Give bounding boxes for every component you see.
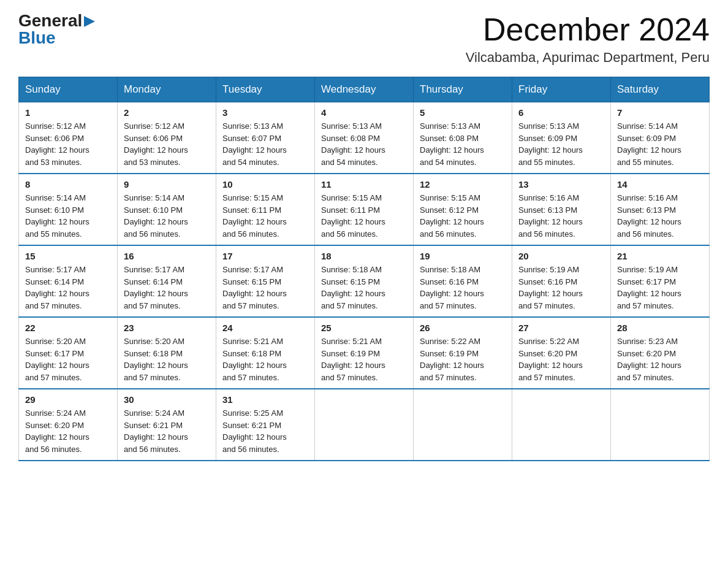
day-info: Sunrise: 5:19 AM Sunset: 6:16 PM Dayligh… bbox=[518, 264, 604, 312]
calendar-cell: 4 Sunrise: 5:13 AM Sunset: 6:08 PM Dayli… bbox=[315, 102, 414, 174]
calendar-cell bbox=[611, 389, 710, 461]
day-info: Sunrise: 5:16 AM Sunset: 6:13 PM Dayligh… bbox=[617, 192, 703, 240]
day-info: Sunrise: 5:17 AM Sunset: 6:15 PM Dayligh… bbox=[222, 264, 308, 312]
calendar-week-row: 8 Sunrise: 5:14 AM Sunset: 6:10 PM Dayli… bbox=[19, 174, 710, 245]
day-number: 7 bbox=[617, 107, 703, 118]
day-info: Sunrise: 5:21 AM Sunset: 6:18 PM Dayligh… bbox=[222, 335, 308, 383]
day-info: Sunrise: 5:22 AM Sunset: 6:19 PM Dayligh… bbox=[420, 335, 506, 383]
calendar-cell: 10 Sunrise: 5:15 AM Sunset: 6:11 PM Dayl… bbox=[216, 174, 315, 245]
calendar-cell: 14 Sunrise: 5:16 AM Sunset: 6:13 PM Dayl… bbox=[611, 174, 710, 245]
day-info: Sunrise: 5:24 AM Sunset: 6:21 PM Dayligh… bbox=[124, 407, 210, 455]
day-info: Sunrise: 5:23 AM Sunset: 6:20 PM Dayligh… bbox=[617, 335, 703, 383]
day-number: 16 bbox=[124, 251, 210, 261]
calendar-cell: 22 Sunrise: 5:20 AM Sunset: 6:17 PM Dayl… bbox=[19, 317, 118, 389]
calendar-cell: 26 Sunrise: 5:22 AM Sunset: 6:19 PM Dayl… bbox=[414, 317, 512, 389]
day-info: Sunrise: 5:21 AM Sunset: 6:19 PM Dayligh… bbox=[321, 335, 407, 383]
logo-general: General bbox=[18, 12, 82, 29]
calendar-cell: 29 Sunrise: 5:24 AM Sunset: 6:20 PM Dayl… bbox=[19, 389, 118, 461]
calendar-cell: 20 Sunrise: 5:19 AM Sunset: 6:16 PM Dayl… bbox=[512, 245, 611, 317]
day-number: 2 bbox=[124, 107, 210, 118]
calendar-header-row: SundayMondayTuesdayWednesdayThursdayFrid… bbox=[19, 77, 710, 102]
calendar-cell bbox=[512, 389, 611, 461]
day-number: 23 bbox=[124, 323, 210, 333]
column-header-wednesday: Wednesday bbox=[315, 77, 414, 102]
column-header-thursday: Thursday bbox=[414, 77, 512, 102]
day-info: Sunrise: 5:24 AM Sunset: 6:20 PM Dayligh… bbox=[25, 407, 111, 455]
calendar-cell: 11 Sunrise: 5:15 AM Sunset: 6:11 PM Dayl… bbox=[315, 174, 414, 245]
calendar-cell: 13 Sunrise: 5:16 AM Sunset: 6:13 PM Dayl… bbox=[512, 174, 611, 245]
calendar-cell: 27 Sunrise: 5:22 AM Sunset: 6:20 PM Dayl… bbox=[512, 317, 611, 389]
day-number: 28 bbox=[617, 323, 703, 333]
day-info: Sunrise: 5:13 AM Sunset: 6:08 PM Dayligh… bbox=[321, 120, 407, 168]
logo-blue: Blue bbox=[18, 28, 56, 47]
calendar-week-row: 29 Sunrise: 5:24 AM Sunset: 6:20 PM Dayl… bbox=[19, 389, 710, 461]
column-header-friday: Friday bbox=[512, 77, 611, 102]
calendar-cell: 5 Sunrise: 5:13 AM Sunset: 6:08 PM Dayli… bbox=[414, 102, 512, 174]
day-number: 29 bbox=[25, 394, 111, 405]
day-info: Sunrise: 5:25 AM Sunset: 6:21 PM Dayligh… bbox=[222, 407, 308, 455]
day-info: Sunrise: 5:12 AM Sunset: 6:06 PM Dayligh… bbox=[124, 120, 210, 168]
day-number: 12 bbox=[420, 179, 506, 190]
day-info: Sunrise: 5:12 AM Sunset: 6:06 PM Dayligh… bbox=[25, 120, 111, 168]
calendar-cell: 17 Sunrise: 5:17 AM Sunset: 6:15 PM Dayl… bbox=[216, 245, 315, 317]
day-info: Sunrise: 5:17 AM Sunset: 6:14 PM Dayligh… bbox=[124, 264, 210, 312]
calendar-week-row: 15 Sunrise: 5:17 AM Sunset: 6:14 PM Dayl… bbox=[19, 245, 710, 317]
page-title: December 2024 bbox=[466, 12, 710, 47]
day-info: Sunrise: 5:13 AM Sunset: 6:09 PM Dayligh… bbox=[518, 120, 604, 168]
day-number: 26 bbox=[420, 323, 506, 333]
calendar-cell: 28 Sunrise: 5:23 AM Sunset: 6:20 PM Dayl… bbox=[611, 317, 710, 389]
day-number: 18 bbox=[321, 251, 407, 261]
day-info: Sunrise: 5:19 AM Sunset: 6:17 PM Dayligh… bbox=[617, 264, 703, 312]
day-number: 21 bbox=[617, 251, 703, 261]
day-number: 11 bbox=[321, 179, 407, 190]
day-number: 27 bbox=[518, 323, 604, 333]
day-number: 19 bbox=[420, 251, 506, 261]
day-number: 24 bbox=[222, 323, 308, 333]
day-info: Sunrise: 5:14 AM Sunset: 6:10 PM Dayligh… bbox=[124, 192, 210, 240]
column-header-tuesday: Tuesday bbox=[216, 77, 315, 102]
day-number: 4 bbox=[321, 107, 407, 118]
day-number: 6 bbox=[518, 107, 604, 118]
calendar-table: SundayMondayTuesdayWednesdayThursdayFrid… bbox=[18, 77, 710, 461]
logo: General Blue bbox=[18, 12, 95, 47]
calendar-cell: 31 Sunrise: 5:25 AM Sunset: 6:21 PM Dayl… bbox=[216, 389, 315, 461]
calendar-cell: 16 Sunrise: 5:17 AM Sunset: 6:14 PM Dayl… bbox=[118, 245, 216, 317]
calendar-cell: 15 Sunrise: 5:17 AM Sunset: 6:14 PM Dayl… bbox=[19, 245, 118, 317]
day-info: Sunrise: 5:20 AM Sunset: 6:18 PM Dayligh… bbox=[124, 335, 210, 383]
day-number: 17 bbox=[222, 251, 308, 261]
calendar-cell: 19 Sunrise: 5:18 AM Sunset: 6:16 PM Dayl… bbox=[414, 245, 512, 317]
day-number: 15 bbox=[25, 251, 111, 261]
day-number: 8 bbox=[25, 179, 111, 190]
day-number: 31 bbox=[222, 394, 308, 405]
day-info: Sunrise: 5:18 AM Sunset: 6:15 PM Dayligh… bbox=[321, 264, 407, 312]
page-subtitle: Vilcabamba, Apurimac Department, Peru bbox=[466, 50, 710, 66]
svg-marker-0 bbox=[84, 16, 95, 27]
day-info: Sunrise: 5:13 AM Sunset: 6:08 PM Dayligh… bbox=[420, 120, 506, 168]
calendar-cell: 23 Sunrise: 5:20 AM Sunset: 6:18 PM Dayl… bbox=[118, 317, 216, 389]
calendar-week-row: 1 Sunrise: 5:12 AM Sunset: 6:06 PM Dayli… bbox=[19, 102, 710, 174]
calendar-cell: 21 Sunrise: 5:19 AM Sunset: 6:17 PM Dayl… bbox=[611, 245, 710, 317]
day-number: 1 bbox=[25, 107, 111, 118]
calendar-cell bbox=[315, 389, 414, 461]
calendar-cell bbox=[414, 389, 512, 461]
calendar-cell: 12 Sunrise: 5:15 AM Sunset: 6:12 PM Dayl… bbox=[414, 174, 512, 245]
page-header: General Blue December 2024 Vilcabamba, A… bbox=[18, 12, 710, 66]
day-number: 14 bbox=[617, 179, 703, 190]
day-number: 20 bbox=[518, 251, 604, 261]
column-header-saturday: Saturday bbox=[611, 77, 710, 102]
day-info: Sunrise: 5:17 AM Sunset: 6:14 PM Dayligh… bbox=[25, 264, 111, 312]
calendar-cell: 18 Sunrise: 5:18 AM Sunset: 6:15 PM Dayl… bbox=[315, 245, 414, 317]
day-number: 30 bbox=[124, 394, 210, 405]
calendar-cell: 24 Sunrise: 5:21 AM Sunset: 6:18 PM Dayl… bbox=[216, 317, 315, 389]
calendar-cell: 3 Sunrise: 5:13 AM Sunset: 6:07 PM Dayli… bbox=[216, 102, 315, 174]
day-info: Sunrise: 5:13 AM Sunset: 6:07 PM Dayligh… bbox=[222, 120, 308, 168]
calendar-cell: 9 Sunrise: 5:14 AM Sunset: 6:10 PM Dayli… bbox=[118, 174, 216, 245]
calendar-cell: 8 Sunrise: 5:14 AM Sunset: 6:10 PM Dayli… bbox=[19, 174, 118, 245]
day-info: Sunrise: 5:20 AM Sunset: 6:17 PM Dayligh… bbox=[25, 335, 111, 383]
logo-arrow-icon bbox=[84, 16, 95, 29]
calendar-cell: 25 Sunrise: 5:21 AM Sunset: 6:19 PM Dayl… bbox=[315, 317, 414, 389]
day-number: 5 bbox=[420, 107, 506, 118]
calendar-cell: 7 Sunrise: 5:14 AM Sunset: 6:09 PM Dayli… bbox=[611, 102, 710, 174]
calendar-week-row: 22 Sunrise: 5:20 AM Sunset: 6:17 PM Dayl… bbox=[19, 317, 710, 389]
day-number: 22 bbox=[25, 323, 111, 333]
